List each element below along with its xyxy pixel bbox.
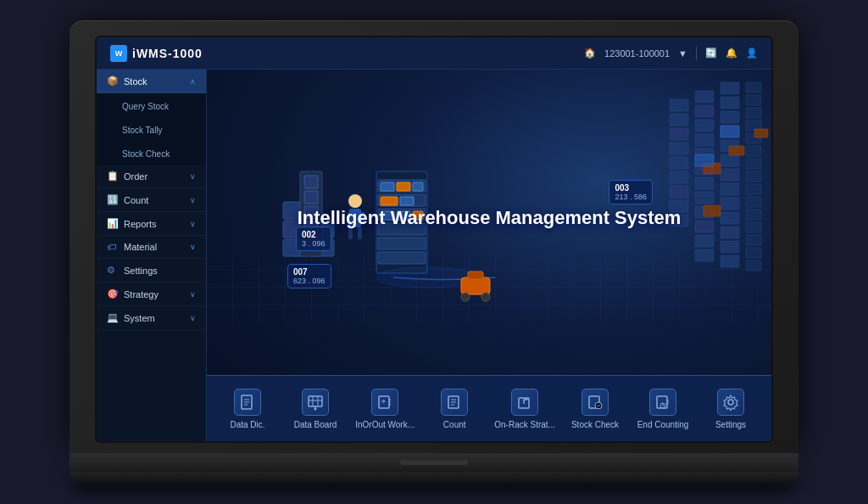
reports-icon: 📊 (107, 218, 119, 229)
sidebar-item-reports[interactable]: 📊 Reports ∨ (97, 212, 206, 236)
sidebar-item-material[interactable]: 🏷 Material ∨ (97, 236, 206, 259)
toolbar-label-settings: Settings (715, 420, 746, 429)
header-divider (696, 47, 697, 60)
svg-rect-48 (746, 260, 761, 271)
header-refresh-icon[interactable]: 🔄 (705, 48, 717, 59)
inorout-icon (371, 389, 398, 416)
svg-rect-53 (721, 126, 739, 137)
svg-rect-42 (746, 184, 761, 194)
sidebar-item-count[interactable]: 🔢 Count ∨ (97, 188, 206, 212)
sidebar-item-system[interactable]: 💻 System ∨ (97, 306, 206, 330)
sidebar-item-settings[interactable]: ⚙ Settings (97, 259, 206, 283)
svg-rect-45 (746, 222, 761, 232)
toolbar-btn-onrack[interactable]: On-Rack Strat... (490, 382, 559, 436)
sidebar-label-strategy: Strategy (124, 289, 159, 300)
float-tag-003: 003 213 . 586 (609, 180, 653, 204)
svg-rect-87 (304, 176, 318, 188)
sidebar-label-material: Material (124, 242, 157, 252)
toolbar-btn-settings[interactable]: Settings (698, 382, 763, 436)
svg-rect-19 (695, 177, 714, 189)
toolbar-label-end-counting: End Counting (637, 420, 689, 429)
svg-rect-31 (670, 186, 688, 198)
sidebar: 📦 Stock ∧ Query Stock Stock Tally (97, 70, 207, 441)
header-bell-icon[interactable]: 🔔 (726, 48, 737, 59)
svg-rect-54 (695, 154, 714, 166)
svg-rect-8 (721, 198, 739, 210)
svg-rect-23 (695, 235, 714, 247)
svg-rect-16 (695, 134, 714, 146)
svg-rect-50 (704, 205, 721, 216)
count-arrow: ∨ (190, 196, 196, 204)
sidebar-label-count: Count (124, 195, 148, 205)
svg-rect-88 (304, 191, 318, 204)
data-board-icon (302, 389, 329, 416)
svg-point-70 (348, 194, 362, 208)
content-area: Intelligent Warehouse Management System (207, 70, 771, 441)
header: W iWMS-1000 🏠 123001-100001 ▼ 🔄 🔔 👤 (97, 37, 771, 70)
settings-icon-sidebar: ⚙ (107, 265, 119, 276)
stock-check-btn-icon (581, 389, 609, 416)
svg-rect-15 (695, 120, 714, 132)
toolbar-btn-data-dic[interactable]: Data Dic. (215, 382, 280, 436)
float-tag-007: 007 623 . 096 (287, 264, 331, 288)
svg-rect-11 (721, 241, 739, 253)
sidebar-sub-stock-tally[interactable]: Stock Tally (97, 117, 206, 141)
header-home-icon[interactable]: 🏠 (584, 48, 596, 59)
svg-rect-30 (670, 171, 688, 183)
svg-rect-2 (721, 111, 739, 123)
system-arrow: ∨ (190, 314, 196, 322)
svg-rect-36 (746, 108, 761, 118)
toolbar-btn-inorout[interactable]: InOrOut Work... (351, 382, 419, 436)
header-user-icon[interactable]: 👤 (746, 48, 758, 59)
sidebar-item-stock[interactable]: 📦 Stock ∧ (97, 70, 206, 93)
material-icon: 🏷 (107, 242, 119, 252)
svg-rect-24 (695, 249, 714, 261)
svg-point-101 (314, 407, 317, 410)
app-container: W iWMS-1000 🏠 123001-100001 ▼ 🔄 🔔 👤 (97, 37, 771, 441)
svg-rect-47 (746, 248, 761, 258)
svg-rect-9 (721, 212, 739, 224)
svg-rect-26 (670, 114, 688, 126)
float-tag-003-id: 003 (615, 183, 647, 193)
float-tag-002: 002 3 . 096 (296, 227, 331, 251)
svg-rect-51 (729, 146, 744, 155)
strategy-arrow: ∨ (190, 290, 196, 299)
svg-rect-13 (695, 91, 714, 103)
sidebar-item-strategy[interactable]: 🎯 Strategy ∨ (97, 283, 206, 306)
svg-rect-52 (754, 129, 768, 137)
sidebar-item-order[interactable]: 📋 Order ∨ (97, 165, 206, 188)
svg-rect-60 (378, 238, 426, 249)
svg-rect-39 (746, 146, 761, 156)
header-right: 🏠 123001-100001 ▼ 🔄 🔔 👤 (584, 47, 758, 60)
svg-rect-22 (695, 221, 714, 232)
sidebar-sub-query-stock[interactable]: Query Stock (97, 93, 206, 117)
toolbar-btn-count[interactable]: Count (422, 382, 487, 436)
svg-rect-34 (746, 82, 761, 92)
toolbar-label-data-board: Data Board (294, 420, 337, 429)
laptop-base (70, 453, 798, 472)
svg-rect-14 (695, 105, 714, 117)
main-area: 📦 Stock ∧ Query Stock Stock Tally (97, 70, 771, 441)
toolbar-btn-stock-check[interactable]: Stock Check (563, 382, 627, 436)
material-arrow: ∨ (190, 243, 196, 251)
stock-arrow: ∧ (190, 77, 196, 86)
header-dropdown-icon[interactable]: ▼ (678, 48, 687, 59)
screen-bezel: W iWMS-1000 🏠 123001-100001 ▼ 🔄 🔔 👤 (70, 20, 798, 453)
svg-rect-66 (400, 197, 414, 205)
count-btn-icon (441, 389, 468, 416)
stock-check-label: Stock Check (122, 149, 170, 159)
float-tag-007-val: 623 . 096 (293, 277, 326, 285)
warehouse-title: Intelligent Warehouse Management System (298, 207, 682, 229)
float-tag-002-id: 002 (302, 230, 326, 239)
svg-rect-46 (746, 235, 761, 245)
toolbar-btn-data-board[interactable]: Data Board (283, 382, 348, 436)
svg-rect-6 (721, 169, 739, 181)
sidebar-sub-stock: Query Stock Stock Tally Stock Check (97, 93, 206, 165)
svg-rect-7 (721, 183, 739, 195)
svg-rect-35 (746, 95, 761, 105)
sidebar-sub-stock-check[interactable]: Stock Check (97, 141, 206, 165)
svg-rect-0 (721, 82, 739, 94)
toolbar-btn-end-counting[interactable]: End Counting (631, 382, 695, 436)
onrack-icon (511, 389, 538, 416)
svg-rect-41 (746, 171, 761, 182)
